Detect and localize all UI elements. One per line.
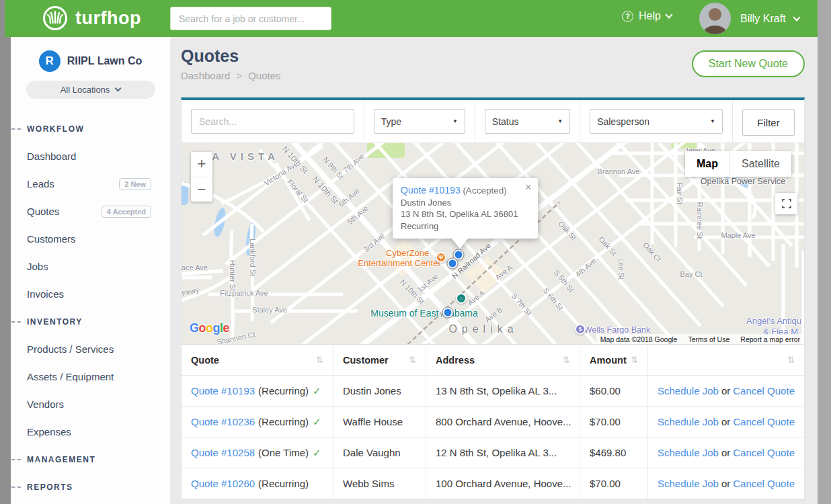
cancel-quote-link[interactable]: Cancel Quote <box>733 447 795 458</box>
user-menu[interactable]: Billy Kraft <box>740 13 799 25</box>
company-header: R RIIPL Lawn Co <box>11 37 170 72</box>
google-logo[interactable]: Google <box>190 321 229 335</box>
breadcrumb-dashboard[interactable]: Dashboard <box>181 70 230 81</box>
google-logo-letter: o <box>199 321 206 335</box>
company-name: RIIPL Lawn Co <box>67 55 143 67</box>
google-logo-letter: G <box>190 321 199 335</box>
sidebar-item-assets-equipment[interactable]: Assets / Equipment <box>11 363 170 390</box>
avatar[interactable] <box>699 3 731 34</box>
help-menu[interactable]: ? Help <box>622 10 672 22</box>
report-map-error-link[interactable]: Report a map error <box>740 335 800 343</box>
window-scrollbar[interactable] <box>818 0 831 504</box>
quotes-table: Quote⇅ Customer⇅ Address⇅ Amount⇅ ⇅ Quot… <box>182 345 804 499</box>
nav-section-management[interactable]: MANAGEMENT <box>11 446 170 473</box>
column-header-address[interactable]: Address⇅ <box>426 345 580 375</box>
fullscreen-button[interactable] <box>775 193 797 214</box>
column-header-customer[interactable]: Customer⇅ <box>333 345 426 375</box>
address-cell: 12 N 8th St, Opelika AL 3... <box>426 437 580 468</box>
map-canvas[interactable]: TA VISTAN 10th StN 10th StN 10th StN 9th… <box>182 143 804 345</box>
quote-type: (Recurring) <box>258 478 309 489</box>
type-select[interactable]: Type▼ <box>374 109 465 134</box>
quote-link[interactable]: Quote #10236 <box>191 416 255 427</box>
map-label: Fair St <box>676 183 684 204</box>
status-select[interactable]: Status▼ <box>485 109 570 134</box>
cancel-quote-link[interactable]: Cancel Quote <box>733 385 795 396</box>
sort-icon[interactable]: ⇅ <box>631 355 638 365</box>
map-label: Angel's Antiqu <box>746 316 801 326</box>
help-label: Help <box>639 10 661 22</box>
poi-museum-marker-icon[interactable]: ⌂ <box>456 293 467 304</box>
or-separator: or <box>721 478 730 489</box>
zoom-in-button[interactable]: + <box>191 152 212 177</box>
section-dash-icon <box>11 487 21 488</box>
sidebar-item-quotes[interactable]: Quotes4 Accepted <box>11 198 170 225</box>
info-window-tail <box>452 239 468 249</box>
sidebar-item-invoices[interactable]: Invoices <box>11 280 170 308</box>
sidebar-item-customers[interactable]: Customers <box>11 225 170 253</box>
poi-food-marker-icon[interactable]: Ψ <box>436 252 446 263</box>
quote-marker-icon[interactable] <box>454 250 464 260</box>
column-header-amount[interactable]: Amount⇅ <box>580 345 648 375</box>
zoom-out-button[interactable]: − <box>191 177 212 202</box>
map-label: TA VISTA <box>202 151 279 162</box>
sidebar-item-vendors[interactable]: Vendors <box>11 390 170 418</box>
quote-link[interactable]: Quote #10193 <box>191 385 255 396</box>
nav-section-reports[interactable]: REPORTS <box>11 473 170 501</box>
start-new-quote-button[interactable]: Start New Quote <box>692 50 805 77</box>
sidebar-item-products-services[interactable]: Products / Services <box>11 335 170 363</box>
cancel-quote-link[interactable]: Cancel Quote <box>733 416 795 427</box>
column-header-quote[interactable]: Quote⇅ <box>182 345 333 375</box>
sidebar-item-jobs[interactable]: Jobs <box>11 253 170 280</box>
breadcrumb: Dashboard > Quotes <box>181 70 281 81</box>
satellite-view-button[interactable]: Satellite <box>729 151 791 177</box>
map-label: Raintree St <box>696 202 704 239</box>
sidebar-item-expenses[interactable]: Expenses <box>11 418 170 446</box>
schedule-job-link[interactable]: Schedule Job <box>658 416 719 427</box>
or-separator: or <box>721 385 730 396</box>
brand-logo[interactable]: turfhop <box>42 5 141 32</box>
filter-button[interactable]: Filter <box>742 109 795 136</box>
sidebar-item-dashboard[interactable]: Dashboard <box>11 142 170 170</box>
sort-icon[interactable]: ⇅ <box>563 355 570 365</box>
schedule-job-link[interactable]: Schedule Job <box>658 385 719 396</box>
quotes-search-input[interactable] <box>191 109 354 134</box>
quote-marker-icon[interactable] <box>443 308 453 318</box>
chevron-down-icon <box>793 13 800 21</box>
map-label: Wells Fargo Bank <box>584 325 650 335</box>
schedule-job-link[interactable]: Schedule Job <box>658 447 719 458</box>
terms-of-use-link[interactable]: Terms of Use <box>688 335 729 343</box>
quote-type: (Recurring) <box>258 416 309 427</box>
map-label: Terrace Ave <box>182 263 208 271</box>
select-arrow-icon: ▼ <box>452 118 458 124</box>
map-type-toggle: Map Satellite <box>685 151 791 177</box>
location-selector[interactable]: All Locations <box>26 81 155 99</box>
map-label: Hunter St <box>229 260 237 291</box>
cancel-quote-link[interactable]: Cancel Quote <box>733 478 795 489</box>
main-content: Quotes Dashboard > Quotes Start New Quot… <box>170 37 818 504</box>
sort-icon[interactable]: ⇅ <box>787 355 795 365</box>
brand-name: turfhop <box>75 8 141 29</box>
map-label: Staley Ave <box>252 306 287 314</box>
table-row: Quote #10260(Recurring) Webb Sims 100 Or… <box>182 468 804 499</box>
map-label: Brannon Ave <box>598 167 640 175</box>
close-icon[interactable]: × <box>525 183 532 192</box>
quote-link[interactable]: Quote #10258 <box>191 447 255 458</box>
map-label: CyberZone <box>386 248 429 258</box>
map-label: Maple Ave <box>721 231 755 239</box>
quote-link[interactable]: Quote #10260 <box>191 478 255 489</box>
address-cell: 100 Orchard Avenue, Hoove... <box>426 468 580 499</box>
schedule-job-link[interactable]: Schedule Job <box>658 478 719 489</box>
info-window-quote-link[interactable]: Quote #10193 <box>401 185 461 196</box>
page-title: Quotes <box>181 46 239 66</box>
global-search-input[interactable] <box>170 7 331 30</box>
sidebar-item-leads[interactable]: Leads2 New <box>11 170 170 198</box>
sort-icon[interactable]: ⇅ <box>316 355 323 365</box>
poi-bank-marker-icon[interactable]: $ <box>575 324 586 335</box>
select-arrow-icon: ▼ <box>557 118 563 124</box>
nav-section-workflow: WORKFLOW <box>11 115 170 142</box>
sort-icon[interactable]: ⇅ <box>409 355 416 365</box>
column-header-actions[interactable]: ⇅ <box>648 345 804 375</box>
quote-marker-icon[interactable] <box>448 259 458 269</box>
map-view-button[interactable]: Map <box>685 151 729 177</box>
salesperson-select[interactable]: Salesperson▼ <box>590 109 723 134</box>
